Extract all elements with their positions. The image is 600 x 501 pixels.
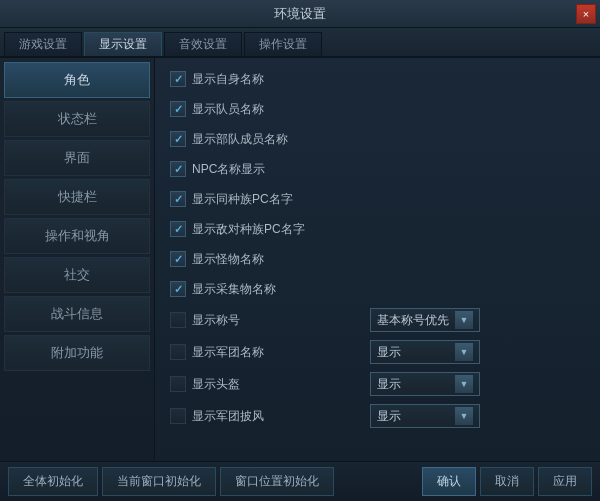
checkbox-show-gather[interactable] <box>170 281 186 297</box>
label-show-helm: 显示头盔 <box>192 376 240 393</box>
checkbox-show-monster[interactable] <box>170 251 186 267</box>
label-show-title: 显示称号 <box>192 312 240 329</box>
sidebar-item-combat[interactable]: 战斗信息 <box>4 296 150 332</box>
label-show-cloak: 显示军团披风 <box>192 408 264 425</box>
sidebar-item-character[interactable]: 角色 <box>4 62 150 98</box>
window-title: 环境设置 <box>274 5 326 23</box>
checkbox-show-squad-name[interactable] <box>170 131 186 147</box>
option-show-npc-name: NPC名称显示 <box>170 158 585 180</box>
option-show-monster: 显示怪物名称 <box>170 248 585 270</box>
label-show-enemy-pc: 显示敌对种族PC名字 <box>192 221 305 238</box>
sidebar-item-interface[interactable]: 界面 <box>4 140 150 176</box>
sidebar-item-statusbar[interactable]: 状态栏 <box>4 101 150 137</box>
option-show-legion: 显示军团名称 显示 ▼ <box>170 340 585 364</box>
option-show-team-name: 显示队员名称 <box>170 98 585 120</box>
sidebar-item-social[interactable]: 社交 <box>4 257 150 293</box>
tab-display-settings[interactable]: 显示设置 <box>84 32 162 56</box>
dropdown-title-value: 基本称号优先 <box>377 312 451 329</box>
dropdown-show-cloak[interactable]: 显示 ▼ <box>370 404 480 428</box>
tab-bar: 游戏设置 显示设置 音效设置 操作设置 <box>0 28 600 58</box>
close-button[interactable]: × <box>576 4 596 24</box>
main-layout: 角色 状态栏 界面 快捷栏 操作和视角 社交 战斗信息 附加功能 显示自身名称 … <box>0 58 600 461</box>
dropdown-legion-arrow: ▼ <box>455 343 473 361</box>
cancel-button[interactable]: 取消 <box>480 467 534 496</box>
tab-game-settings[interactable]: 游戏设置 <box>4 32 82 56</box>
title-bar: 环境设置 × <box>0 0 600 28</box>
reset-current-button[interactable]: 当前窗口初始化 <box>102 467 216 496</box>
radio-show-helm[interactable] <box>170 376 186 392</box>
label-show-gather: 显示采集物名称 <box>192 281 276 298</box>
checkbox-show-same-race[interactable] <box>170 191 186 207</box>
label-show-self-name: 显示自身名称 <box>192 71 264 88</box>
radio-show-cloak[interactable] <box>170 408 186 424</box>
dropdown-show-helm[interactable]: 显示 ▼ <box>370 372 480 396</box>
option-show-self-name: 显示自身名称 <box>170 68 585 90</box>
checkbox-show-npc-name[interactable] <box>170 161 186 177</box>
confirm-button[interactable]: 确认 <box>422 467 476 496</box>
bottom-bar: 全体初始化 当前窗口初始化 窗口位置初始化 确认 取消 应用 <box>0 461 600 501</box>
dropdown-cloak-value: 显示 <box>377 408 451 425</box>
option-show-squad-name: 显示部队成员名称 <box>170 128 585 150</box>
apply-button[interactable]: 应用 <box>538 467 592 496</box>
reset-all-button[interactable]: 全体初始化 <box>8 467 98 496</box>
dropdown-show-legion[interactable]: 显示 ▼ <box>370 340 480 364</box>
dropdown-title-arrow: ▼ <box>455 311 473 329</box>
label-show-legion: 显示军团名称 <box>192 344 264 361</box>
tab-action-settings[interactable]: 操作设置 <box>244 32 322 56</box>
dropdown-cloak-arrow: ▼ <box>455 407 473 425</box>
label-show-team-name: 显示队员名称 <box>192 101 264 118</box>
dropdown-legion-value: 显示 <box>377 344 451 361</box>
option-show-title: 显示称号 基本称号优先 ▼ <box>170 308 585 332</box>
checkbox-show-self-name[interactable] <box>170 71 186 87</box>
sidebar-item-extra[interactable]: 附加功能 <box>4 335 150 371</box>
sidebar-item-shortcut[interactable]: 快捷栏 <box>4 179 150 215</box>
checkbox-show-team-name[interactable] <box>170 101 186 117</box>
option-show-enemy-pc: 显示敌对种族PC名字 <box>170 218 585 240</box>
label-show-monster: 显示怪物名称 <box>192 251 264 268</box>
dropdown-helm-arrow: ▼ <box>455 375 473 393</box>
sidebar: 角色 状态栏 界面 快捷栏 操作和视角 社交 战斗信息 附加功能 <box>0 58 155 461</box>
sidebar-item-operation[interactable]: 操作和视角 <box>4 218 150 254</box>
option-show-same-race: 显示同种族PC名字 <box>170 188 585 210</box>
option-show-helm: 显示头盔 显示 ▼ <box>170 372 585 396</box>
dropdown-show-title[interactable]: 基本称号优先 ▼ <box>370 308 480 332</box>
radio-show-legion[interactable] <box>170 344 186 360</box>
reset-position-button[interactable]: 窗口位置初始化 <box>220 467 334 496</box>
tab-sound-settings[interactable]: 音效设置 <box>164 32 242 56</box>
content-area: 显示自身名称 显示队员名称 显示部队成员名称 NPC名称显示 显示同种族 <box>155 58 600 461</box>
dropdown-helm-value: 显示 <box>377 376 451 393</box>
label-show-npc-name: NPC名称显示 <box>192 161 265 178</box>
label-show-same-race: 显示同种族PC名字 <box>192 191 293 208</box>
checkbox-show-enemy-pc[interactable] <box>170 221 186 237</box>
option-show-cloak: 显示军团披风 显示 ▼ <box>170 404 585 428</box>
label-show-squad-name: 显示部队成员名称 <box>192 131 288 148</box>
radio-show-title[interactable] <box>170 312 186 328</box>
option-show-gather: 显示采集物名称 <box>170 278 585 300</box>
